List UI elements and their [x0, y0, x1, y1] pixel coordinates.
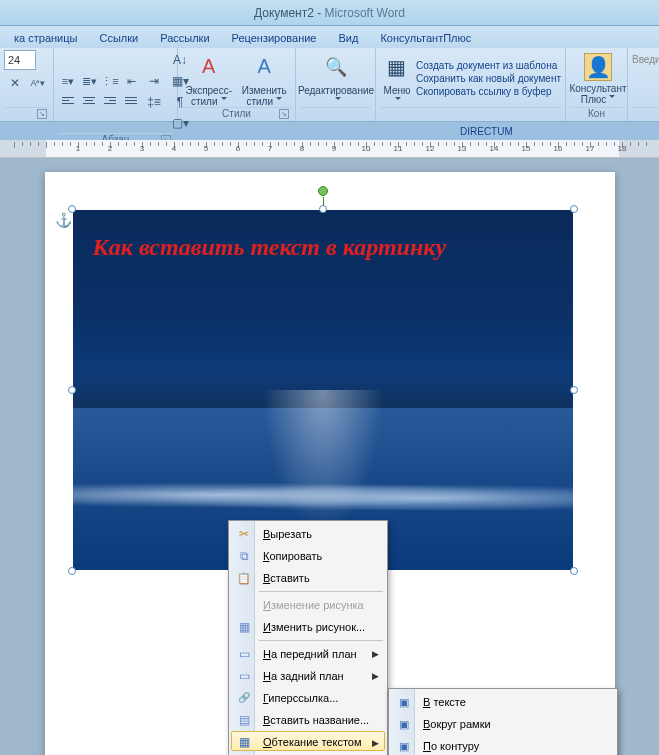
ctx-bring-front[interactable]: На передний план▶ [231, 643, 385, 665]
link-copy-buffer[interactable]: Скопировать ссылку в буфер [416, 86, 561, 97]
editing-button[interactable]: 🔍 Редактирование [300, 51, 372, 107]
link-save-new[interactable]: Сохранить как новый документ [416, 73, 561, 84]
ctx-insert-caption[interactable]: Вставить название... [231, 709, 385, 731]
tab-consultant[interactable]: КонсультантПлюс [370, 29, 481, 48]
font-size-input[interactable]: 24 [4, 50, 36, 70]
align-justify-button[interactable] [121, 92, 141, 112]
chevron-right-icon: ▶ [372, 643, 379, 665]
change-styles-icon: A [248, 51, 280, 83]
wrap-inline[interactable]: В тексте [391, 691, 615, 713]
context-menu: Вырезать Копировать Вставить Изменение р… [228, 520, 388, 755]
resize-handle-bl[interactable] [68, 567, 76, 575]
copy-icon [235, 547, 253, 565]
ctx-edit-picture[interactable]: Изменить рисунок... [231, 616, 385, 638]
align-center-button[interactable] [79, 92, 99, 112]
align-left-button[interactable] [58, 92, 78, 112]
consultant-button[interactable]: 👤 Консультант Плюс [570, 53, 626, 105]
chevron-right-icon: ▶ [372, 665, 379, 687]
wrap-tight[interactable]: По контуру [391, 735, 615, 755]
menu-icon: ▦ [381, 51, 413, 83]
ctx-change-picture: Изменение рисунка [231, 594, 385, 616]
ribbon: 24 ✕ Aᵃ▾ ↘ ≡▾ ≣▾ ⋮≡ ⇤ ⇥ ‡≡ [0, 48, 659, 122]
clear-format-button[interactable]: ✕ [4, 72, 26, 94]
ctx-paste[interactable]: Вставить [231, 567, 385, 589]
ctx-copy[interactable]: Копировать [231, 545, 385, 567]
picture-icon [235, 618, 253, 636]
numbering-button[interactable]: ≣▾ [79, 71, 99, 91]
consultant-group-label: Кон [570, 107, 623, 121]
quick-styles-icon: A [193, 51, 225, 83]
multilevel-button[interactable]: ⋮≡ [100, 71, 120, 91]
align-right-button[interactable] [100, 92, 120, 112]
rotate-handle[interactable] [318, 186, 328, 196]
wrap-submenu: В тексте Вокруг рамки По контуру За текс… [388, 688, 618, 755]
ctx-text-wrap[interactable]: Обтекание текстом▶ [231, 731, 385, 751]
resize-handle-mr[interactable] [570, 386, 578, 394]
tab-review[interactable]: Рецензирование [222, 29, 327, 48]
line-spacing-button[interactable]: ‡≡ [143, 92, 165, 112]
back-icon [235, 667, 253, 685]
resize-handle-tr[interactable] [570, 205, 578, 213]
front-icon [235, 645, 253, 663]
ribbon-tabs: ка страницы Ссылки Рассылки Рецензирован… [0, 26, 659, 48]
app-name: Microsoft Word [325, 6, 405, 20]
resize-handle-ml[interactable] [68, 386, 76, 394]
horizontal-ruler[interactable]: 123456789101112131415161718 [0, 140, 659, 158]
tab-0[interactable]: ка страницы [4, 29, 87, 48]
change-styles-button[interactable]: A Изменить стили [238, 51, 292, 107]
tellme-input[interactable]: Введите [632, 54, 659, 65]
resize-handle-tm[interactable] [319, 205, 327, 213]
wrap-tight-icon [395, 737, 413, 755]
styles-group-label: Стили↘ [182, 107, 291, 121]
menu-button[interactable]: ▦ Меню [380, 51, 414, 107]
wrap-inline-icon [395, 693, 413, 711]
wrap-square[interactable]: Вокруг рамки [391, 713, 615, 735]
resize-handle-br[interactable] [570, 567, 578, 575]
doc-name: Документ2 [254, 6, 314, 20]
font-dialog-launcher[interactable]: ↘ [37, 109, 47, 119]
document-area[interactable]: ⚓ Как вставить текст в картинку Вырезать… [0, 158, 659, 755]
indent-dec-button[interactable]: ⇤ [121, 71, 141, 91]
wrap-square-icon [395, 715, 413, 733]
ctx-send-back[interactable]: На задний план▶ [231, 665, 385, 687]
bullets-button[interactable]: ≡▾ [58, 71, 78, 91]
ctx-size[interactable]: Размер... [231, 751, 385, 755]
tab-view[interactable]: Вид [329, 29, 369, 48]
anchor-icon: ⚓ [55, 212, 72, 228]
font-group-label: ↘ [4, 107, 49, 121]
wrap-icon [235, 733, 253, 751]
styles-dialog-launcher[interactable]: ↘ [279, 109, 289, 119]
quick-styles-button[interactable]: A Экспресс-стили [182, 51, 236, 107]
paste-icon [235, 569, 253, 587]
selected-image[interactable]: Как вставить текст в картинку [73, 210, 573, 570]
find-icon: 🔍 [320, 51, 352, 83]
link-create-template[interactable]: Создать документ из шаблона [416, 60, 561, 71]
image-content: Как вставить текст в картинку [73, 210, 573, 570]
ctx-hyperlink[interactable]: Гиперссылка... [231, 687, 385, 709]
title-bar: Документ2 - Microsoft Word [0, 0, 659, 26]
font-grow-button[interactable]: Aᵃ▾ [27, 72, 49, 94]
tab-mailings[interactable]: Рассылки [150, 29, 219, 48]
resize-handle-tl[interactable] [68, 205, 76, 213]
caption-icon [235, 711, 253, 729]
image-overlay-text: Как вставить текст в картинку [93, 234, 447, 261]
link-icon [235, 689, 253, 707]
tab-links[interactable]: Ссылки [89, 29, 148, 48]
ctx-cut[interactable]: Вырезать [231, 523, 385, 545]
indent-inc-button[interactable]: ⇥ [143, 71, 165, 91]
consultant-icon: 👤 [584, 53, 612, 81]
cut-icon [235, 525, 253, 543]
